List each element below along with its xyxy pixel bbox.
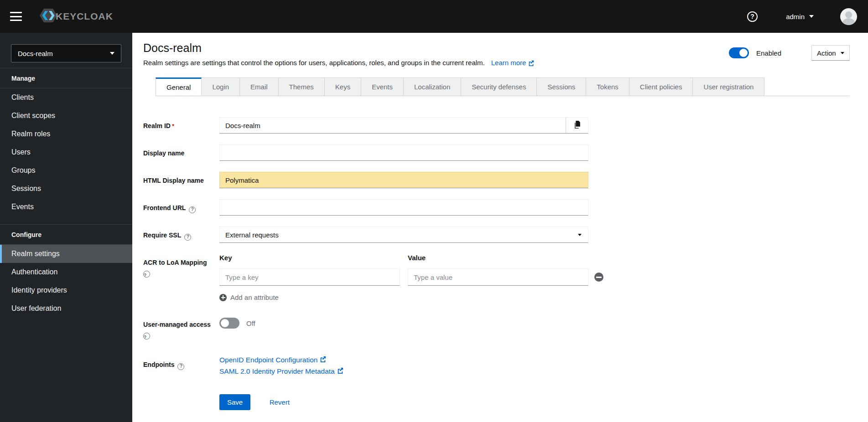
learn-more-link[interactable]: Learn more: [491, 59, 535, 67]
sidebar: Docs-realm Manage Clients Client scopes …: [0, 33, 132, 422]
nav-section-configure: Configure: [0, 224, 132, 245]
frontend-url-label: Frontend URL?: [143, 199, 219, 216]
saml-metadata-link[interactable]: SAML 2.0 Identity Provider Metadata: [219, 367, 588, 376]
external-link-icon: [320, 356, 326, 364]
external-link-icon: [528, 60, 534, 67]
acr-value-header: Value: [408, 254, 588, 262]
chevron-down-icon: [578, 234, 582, 236]
display-name-input[interactable]: [219, 144, 588, 161]
keycloak-logo: KEYCLOAK: [38, 5, 113, 27]
sidebar-item-user-federation[interactable]: User federation: [0, 299, 132, 318]
uma-state-label: Off: [246, 319, 255, 327]
tab-login[interactable]: Login: [202, 77, 240, 96]
tab-user-registration[interactable]: User registration: [693, 77, 764, 96]
acr-key-header: Key: [219, 254, 400, 262]
save-button[interactable]: Save: [219, 394, 250, 410]
tab-general[interactable]: General: [156, 77, 202, 96]
html-display-name-input[interactable]: [219, 172, 588, 188]
acr-key-input[interactable]: [219, 268, 400, 286]
copy-button[interactable]: [566, 117, 588, 134]
avatar[interactable]: [840, 8, 857, 25]
endpoints-label: Endpoints?: [143, 356, 219, 379]
sidebar-item-users[interactable]: Users: [0, 143, 132, 161]
sidebar-item-realm-settings[interactable]: Realm settings: [0, 245, 132, 263]
tab-bar: General Login Email Themes Keys Events L…: [156, 77, 850, 96]
main-content: Docs-realm Realm settings are settings t…: [132, 33, 868, 422]
page-header: Docs-realm Realm settings are settings t…: [132, 33, 868, 70]
help-icon[interactable]: ?: [747, 11, 758, 22]
page-title: Docs-realm: [143, 41, 534, 55]
uma-toggle[interactable]: [219, 318, 239, 329]
tab-tokens[interactable]: Tokens: [586, 77, 629, 96]
brand-text: KEYCLOAK: [56, 11, 113, 22]
hamburger-menu-icon[interactable]: [10, 12, 22, 21]
realm-id-input[interactable]: [219, 117, 566, 134]
remove-attribute-button[interactable]: [594, 273, 603, 282]
sidebar-item-sessions[interactable]: Sessions: [0, 180, 132, 198]
page-description: Realm settings are settings that control…: [143, 59, 534, 67]
user-menu[interactable]: admin: [786, 13, 814, 21]
enabled-label: Enabled: [756, 49, 781, 57]
tab-themes[interactable]: Themes: [279, 77, 325, 96]
chevron-down-icon: [110, 52, 114, 55]
sidebar-item-realm-roles[interactable]: Realm roles: [0, 125, 132, 143]
tab-client-policies[interactable]: Client policies: [629, 77, 693, 96]
plus-circle-icon: [219, 294, 227, 301]
realm-selector-label: Docs-realm: [18, 50, 53, 57]
html-display-name-label: HTML Display name: [143, 172, 219, 188]
sidebar-item-clients[interactable]: Clients: [0, 88, 132, 107]
tab-keys[interactable]: Keys: [325, 77, 361, 96]
help-icon[interactable]: ?: [143, 271, 150, 278]
action-dropdown[interactable]: Action: [811, 45, 850, 61]
frontend-url-input[interactable]: [219, 199, 588, 216]
revert-button[interactable]: Revert: [270, 398, 290, 406]
help-icon[interactable]: ?: [177, 363, 184, 370]
uma-label: User-managed access ?: [143, 316, 219, 340]
realm-id-label: Realm ID*: [143, 117, 219, 134]
require-ssl-select[interactable]: External requests: [219, 226, 588, 243]
chevron-down-icon: [809, 15, 814, 18]
realm-selector-dropdown[interactable]: Docs-realm: [11, 44, 121, 62]
tab-email[interactable]: Email: [240, 77, 279, 96]
help-icon[interactable]: ?: [184, 234, 191, 241]
realm-settings-form: Realm ID*: [132, 96, 868, 410]
help-icon[interactable]: ?: [189, 206, 196, 213]
sidebar-item-client-scopes[interactable]: Client scopes: [0, 107, 132, 125]
masthead: KEYCLOAK ? admin: [0, 0, 868, 33]
openid-endpoint-link[interactable]: OpenID Endpoint Configuration: [219, 356, 588, 364]
nav-section-manage: Manage: [0, 68, 132, 88]
external-link-icon: [337, 367, 343, 376]
add-attribute-button[interactable]: Add an attribute: [219, 293, 612, 301]
tab-security-defenses[interactable]: Security defenses: [461, 77, 537, 96]
help-icon[interactable]: ?: [143, 333, 150, 340]
tab-localization[interactable]: Localization: [404, 77, 461, 96]
tab-events[interactable]: Events: [361, 77, 404, 96]
sidebar-item-events[interactable]: Events: [0, 198, 132, 216]
chevron-down-icon: [841, 52, 844, 54]
require-ssl-label: Require SSL?: [143, 226, 219, 243]
sidebar-item-identity-providers[interactable]: Identity providers: [0, 281, 132, 299]
enabled-toggle[interactable]: [729, 47, 749, 58]
tab-sessions[interactable]: Sessions: [537, 77, 586, 96]
user-name: admin: [786, 13, 805, 21]
acr-loa-label: ACR to LoA Mapping ?: [143, 254, 219, 301]
required-asterisk: *: [172, 123, 174, 129]
sidebar-item-authentication[interactable]: Authentication: [0, 263, 132, 281]
display-name-label: Display name: [143, 144, 219, 161]
copy-icon: [573, 121, 581, 130]
acr-value-input[interactable]: [408, 268, 588, 286]
sidebar-item-groups[interactable]: Groups: [0, 161, 132, 180]
